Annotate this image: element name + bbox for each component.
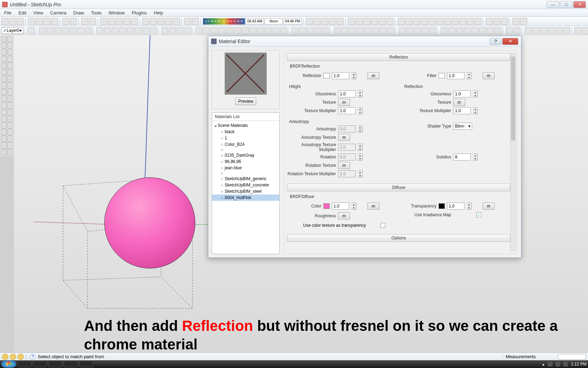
tool-icon[interactable] [444,18,451,25]
taskbar-item[interactable] [48,361,62,367]
tool-icon[interactable] [475,18,482,25]
tool-icon[interactable] [387,27,394,34]
tool-icon[interactable] [265,27,272,34]
tool-icon[interactable] [582,27,588,34]
material-item[interactable]: ▷Color_B24 [212,141,279,148]
h-glossiness-value[interactable]: 1.0 [338,90,356,97]
material-item[interactable]: ▷0004_HotPink [212,195,279,201]
r-texture-button[interactable]: m [453,99,465,106]
tool-icon[interactable] [7,36,13,42]
section-options[interactable]: Options [287,234,510,242]
tool-icon[interactable] [429,27,436,34]
color-map-button[interactable]: m [368,203,379,210]
tool-icon[interactable] [100,18,107,25]
tool-icon[interactable] [1,116,7,122]
tool-icon[interactable] [70,27,77,34]
tool-icon[interactable] [337,18,344,25]
material-item[interactable]: ▷ [212,171,279,176]
tool-icon[interactable] [379,18,386,25]
tool-icon[interactable] [112,27,119,34]
tool-icon[interactable] [548,27,555,34]
tool-icon[interactable] [380,27,387,34]
section-reflection[interactable]: Reflection [287,53,510,61]
diffuse-color-swatch[interactable] [323,203,330,209]
tool-icon[interactable] [1,149,7,155]
tool-icon[interactable] [62,27,69,34]
taskbar-item[interactable] [79,361,93,367]
menu-draw[interactable]: Draw [71,9,87,16]
tool-icon[interactable] [371,18,378,25]
tool-icon[interactable] [219,27,226,34]
menu-camera[interactable]: Camera [47,9,69,16]
tool-icon[interactable] [123,18,130,25]
r-texmult-value[interactable]: 1.0 [453,107,471,114]
tool-icon[interactable] [7,149,13,155]
tool-icon[interactable] [441,27,448,34]
tool-icon[interactable] [357,27,364,34]
start-button[interactable] [1,361,16,368]
menu-file[interactable]: File [1,9,14,16]
tool-icon[interactable] [7,76,13,82]
tool-icon[interactable] [158,18,164,25]
tool-icon[interactable] [150,18,157,25]
tool-icon[interactable] [1,82,7,89]
tool-icon[interactable] [512,18,519,25]
menu-help[interactable]: Help [151,9,166,16]
tool-icon[interactable] [43,18,50,25]
tool-icon[interactable] [7,42,13,49]
tool-icon[interactable] [495,27,502,34]
material-item[interactable]: ▷SketchUpBIM_generic [212,176,279,182]
tool-icon[interactable] [459,18,466,25]
tool-icon[interactable] [555,27,562,34]
tool-icon[interactable] [196,27,203,34]
tool-icon[interactable] [7,62,13,69]
rot-tex-button[interactable]: m [338,162,350,169]
tree-root[interactable]: ◢Scene Materials [212,122,279,129]
tool-icon[interactable] [399,27,406,34]
tool-icon[interactable] [127,27,134,34]
color-value[interactable]: 1.0 [332,203,349,210]
status-icon[interactable] [2,354,8,360]
tool-icon[interactable] [421,18,428,25]
tool-icon[interactable] [51,18,58,25]
tool-icon[interactable] [7,116,13,122]
tool-icon[interactable] [406,27,413,34]
reflection-color-swatch[interactable] [323,73,330,79]
rotation-value[interactable]: 0.0 [338,154,356,161]
tool-icon[interactable] [436,18,443,25]
tool-icon[interactable] [1,42,7,49]
tool-icon[interactable] [36,18,43,25]
tool-icon[interactable] [226,27,233,34]
dialog-help-button[interactable]: ? [490,38,502,45]
tool-icon[interactable] [1,109,7,115]
materials-tree[interactable]: ◢Scene Materials ▷black▷1▷Color_B24▷▷013… [212,121,279,254]
sphere-object[interactable] [104,177,195,268]
anisotropy-value[interactable]: 0.0 [338,125,356,132]
layer-dropdown[interactable]: ✓ Layer0▾ [1,27,23,34]
reflection-map-button[interactable]: m [368,72,379,79]
tool-icon[interactable] [273,27,280,34]
filter-map-button[interactable]: m [483,72,495,79]
tool-icon[interactable] [173,18,180,25]
tool-icon[interactable] [413,18,420,25]
tool-icon[interactable] [292,27,299,34]
tool-icon[interactable] [525,27,532,34]
tool-icon[interactable] [520,18,527,25]
tool-icon[interactable] [315,27,322,34]
tool-icon[interactable] [574,27,581,34]
tool-icon[interactable] [7,136,13,142]
menu-window[interactable]: Window [106,9,127,16]
tool-icon[interactable] [119,27,126,34]
h-texture-button[interactable]: m [338,99,350,106]
tool-icon[interactable] [115,18,122,25]
tool-icon[interactable] [7,89,13,95]
tool-icon[interactable] [150,27,157,34]
tool-icon[interactable] [9,18,16,25]
tool-icon[interactable] [250,27,257,34]
filter-color-swatch[interactable] [439,73,445,79]
tool-icon[interactable] [506,27,513,34]
tool-icon[interactable] [142,18,149,25]
material-item[interactable]: ▷ [212,148,279,152]
tool-icon[interactable] [540,27,547,34]
tool-icon[interactable] [1,102,7,109]
